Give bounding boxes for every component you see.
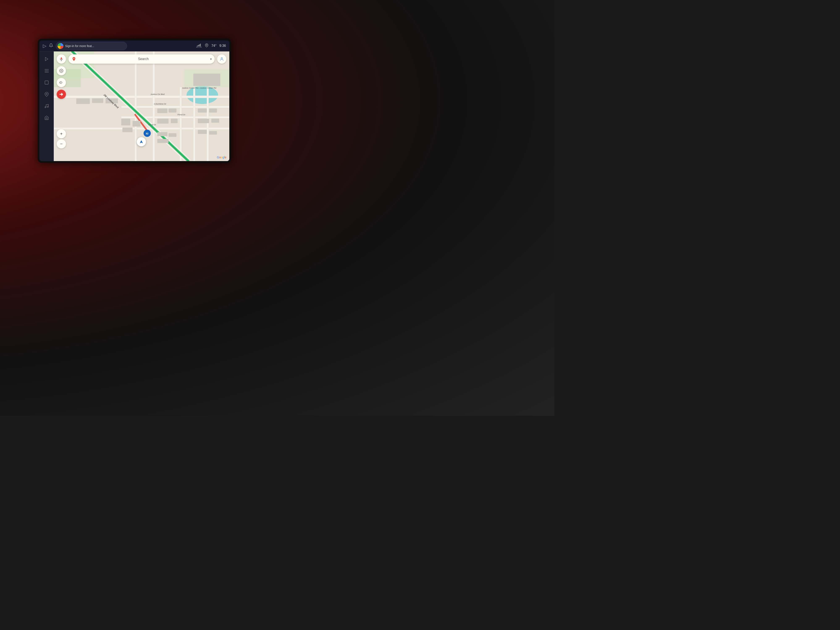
svg-point-3 [46,69,47,70]
volume-button[interactable] [57,78,66,87]
svg-point-9 [46,72,47,73]
google-assistant-icon [58,43,63,49]
svg-rect-47 [211,118,219,123]
svg-rect-53 [193,74,221,86]
svg-point-65 [74,58,74,59]
svg-point-2 [45,69,46,70]
svg-rect-52 [157,139,169,143]
svg-rect-25 [153,51,155,161]
svg-rect-37 [122,118,130,125]
screen-inner: ▷ Sign-in for more feat... [39,41,229,161]
search-chevron-icon: ▾ [210,57,212,61]
svg-text:Floral Dr: Floral Dr [177,114,185,116]
svg-point-8 [45,72,46,73]
svg-text:Floral Dr: Floral Dr [148,123,156,126]
svg-rect-41 [169,109,177,112]
svg-rect-26 [180,87,182,161]
status-right: 4G LTE 74° 9:36 [196,43,226,48]
mic-button[interactable] [57,54,66,64]
svg-point-10 [47,72,48,73]
svg-text:Justice Ctr Blvd: Justice Ctr Blvd [151,93,165,95]
svg-rect-23 [54,128,229,129]
map-container[interactable]: JW Lindsay Blvd Columbine Dr Floral Dr F… [54,51,229,161]
signal-bars [197,43,201,46]
svg-marker-68 [60,81,61,84]
settings-button[interactable] [57,66,66,76]
google-logo: Google [217,156,226,159]
svg-marker-1 [45,57,48,61]
zoom-out-button[interactable]: − [57,139,66,148]
svg-rect-46 [198,118,209,123]
svg-text:Justice Center Rd—Justice Cent: Justice Center Rd—Justice Center Rd [182,87,216,89]
svg-rect-11 [45,81,48,84]
sidebar-item-home-screen[interactable] [41,77,52,88]
maps-pin-icon [71,57,76,62]
svg-point-12 [46,93,47,95]
svg-rect-20 [54,96,229,98]
svg-point-66 [221,58,223,59]
svg-rect-44 [198,109,207,112]
search-bar[interactable]: Search ▾ [68,54,215,64]
svg-text:Columbine Dr: Columbine Dr [154,103,167,105]
svg-point-7 [47,70,48,71]
sidebar [39,51,54,161]
svg-rect-39 [122,128,133,132]
sidebar-item-android-auto[interactable] [41,54,52,64]
svg-rect-38 [133,121,141,126]
svg-rect-43 [171,118,177,123]
svg-rect-28 [207,87,209,161]
sidebar-item-apps[interactable] [41,66,52,76]
android-auto-icon: ▷ [43,43,46,49]
svg-rect-62 [61,58,62,59]
svg-rect-24 [135,51,137,161]
svg-rect-27 [193,87,195,161]
zoom-controls: + − [57,129,66,148]
svg-point-5 [45,70,46,71]
infotainment-screen: ▷ Sign-in for more feat... [38,39,231,163]
svg-point-67 [61,70,62,71]
svg-text:82: 82 [146,132,148,135]
temperature-display: 74° [212,44,216,48]
sidebar-item-home[interactable] [41,113,52,123]
svg-rect-21 [122,106,229,108]
svg-point-4 [47,69,48,70]
svg-point-13 [45,107,46,108]
svg-rect-34 [76,98,90,104]
navigate-button[interactable] [57,90,66,99]
clock-display: 9:36 [219,44,226,48]
svg-point-14 [47,106,48,107]
status-bar: ▷ Sign-in for more feat... [39,41,229,51]
location-status-icon [205,43,208,48]
assistant-text: Sign-in for more feat... [65,44,94,48]
location-arrow-button[interactable] [137,137,146,146]
svg-marker-69 [60,93,63,96]
svg-rect-50 [157,132,167,136]
svg-rect-48 [198,130,207,134]
svg-rect-51 [169,133,177,137]
sidebar-item-maps[interactable] [41,89,52,99]
svg-point-0 [206,45,207,46]
svg-rect-49 [209,131,217,134]
main-content: JW Lindsay Blvd Columbine Dr Floral Dr F… [39,51,229,161]
svg-rect-35 [92,98,103,103]
svg-point-6 [46,70,47,71]
signal-icon: 4G LTE [196,43,202,48]
svg-marker-70 [140,140,143,144]
svg-rect-42 [157,118,169,124]
search-text: Search [79,57,208,61]
sidebar-item-music[interactable] [41,101,52,111]
zoom-in-button[interactable]: + [57,129,66,138]
assistant-button[interactable]: Sign-in for more feat... [56,42,127,50]
profile-button[interactable] [217,54,226,64]
svg-rect-45 [209,109,217,112]
svg-rect-40 [157,109,167,113]
notification-icon [49,43,53,49]
